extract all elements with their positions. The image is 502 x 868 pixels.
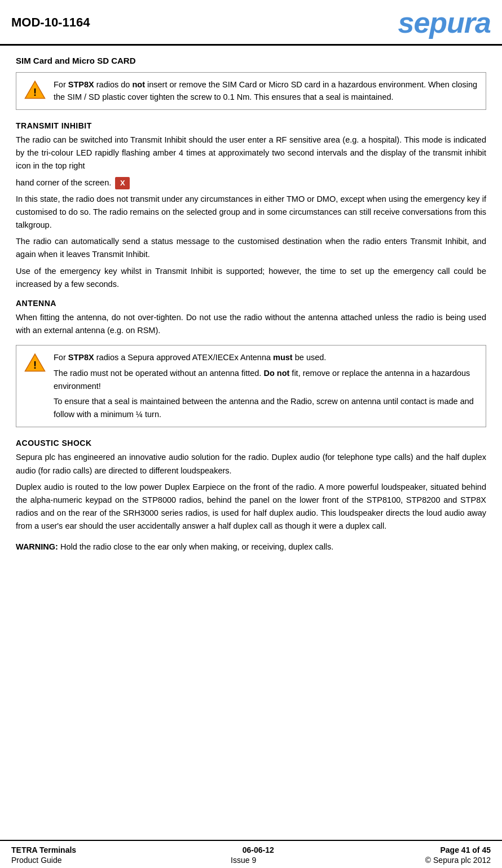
aw-line1-product: STP8X [68,353,94,362]
aw-line1-end: be used. [293,353,327,362]
transmit-inhibit-heading: Transmit Inhibit [16,121,486,130]
acoustic-warning-text: Hold the radio close to the ear only whe… [58,542,333,551]
tx-para1b-text: hand corner of the screen. [16,178,111,187]
acoustic-shock-heading: Acoustic Shock [16,439,486,448]
antenna-warning-icon: ! [24,352,46,421]
doc-id: MOD-10-1164 [11,15,90,30]
svg-text:!: ! [33,86,37,98]
transmit-inhibit-para1b: hand corner of the screen. [16,176,486,189]
antenna-warning-line3: To ensure that a seal is maintained betw… [54,395,478,421]
sim-warning-not: not [132,80,145,89]
transmit-inhibit-para1: The radio can be switched into Transmit … [16,134,486,173]
sim-warning-text: For STP8X radios do not insert or remove… [54,78,478,104]
transmit-inhibit-para3: The radio can automatically send a statu… [16,235,486,261]
footer-center2: Issue 9 [231,856,256,865]
footer-center1: 06-06-12 [243,845,274,854]
acoustic-shock-para2: Duplex audio is routed to the low power … [16,481,486,533]
aw-line1-before: For [54,353,68,362]
sim-section-title: SIM Card and Micro SD CARD [16,56,486,65]
footer-right1: Page 41 of 45 [441,845,491,854]
acoustic-warning-label: WARNING: [16,542,58,551]
sim-warning-product: STP8X [68,80,94,89]
antenna-warning-triangle-svg: ! [24,352,46,374]
acoustic-shock-warning: WARNING: Hold the radio close to the ear… [16,541,486,553]
aw-line2-donot: Do not [263,369,289,378]
acoustic-shock-para1: Sepura plc has engineered an innovative … [16,451,486,477]
footer-row1: TETRA Terminals 06-06-12 Page 41 of 45 [11,845,491,854]
sim-warning-box: ! For STP8X radios do not insert or remo… [16,72,486,110]
page-content: SIM Card and Micro SD CARD ! For STP8X r… [0,56,502,554]
footer-right2: © Sepura plc 2012 [425,856,491,865]
svg-text:!: ! [33,359,37,371]
footer-left2: Product Guide [11,856,62,865]
transmit-inhibit-icon [115,177,130,189]
aw-line2-before: The radio must not be operated without a… [54,369,263,378]
page-header: MOD-10-1164 sepura [0,0,502,46]
antenna-warning-box: ! For STP8X radios a Sepura approved ATE… [16,345,486,427]
warning-icon: ! [24,79,46,104]
page-container: MOD-10-1164 sepura SIM Card and Micro SD… [0,0,502,868]
tx-para1-text: The radio can be switched into Transmit … [16,135,486,170]
company-logo: sepura [398,6,491,39]
antenna-warning-line1: For STP8X radios a Sepura approved ATEX/… [54,351,478,364]
transmit-inhibit-para2: In this state, the radio does not transm… [16,193,486,232]
transmit-inhibit-para4: Use of the emergency key whilst in Trans… [16,265,486,291]
warning-triangle-svg: ! [24,79,46,101]
antenna-warning-content: For STP8X radios a Sepura approved ATEX/… [54,351,478,421]
footer-row2: Product Guide Issue 9 © Sepura plc 2012 [11,856,491,865]
aw-line1-after: radios a Sepura approved ATEX/IECEx Ante… [94,353,273,362]
aw-line1-must: must [273,353,293,362]
antenna-warning-line2: The radio must not be operated without a… [54,367,478,393]
antenna-heading: Antenna [16,299,486,308]
sim-warning-for: For [54,80,68,89]
footer-left1: TETRA Terminals [11,845,76,854]
antenna-para1: When fitting the antenna, do not over-ti… [16,311,486,337]
page-footer: TETRA Terminals 06-06-12 Page 41 of 45 P… [0,840,502,868]
sim-warning-mid: radios do [94,80,133,89]
